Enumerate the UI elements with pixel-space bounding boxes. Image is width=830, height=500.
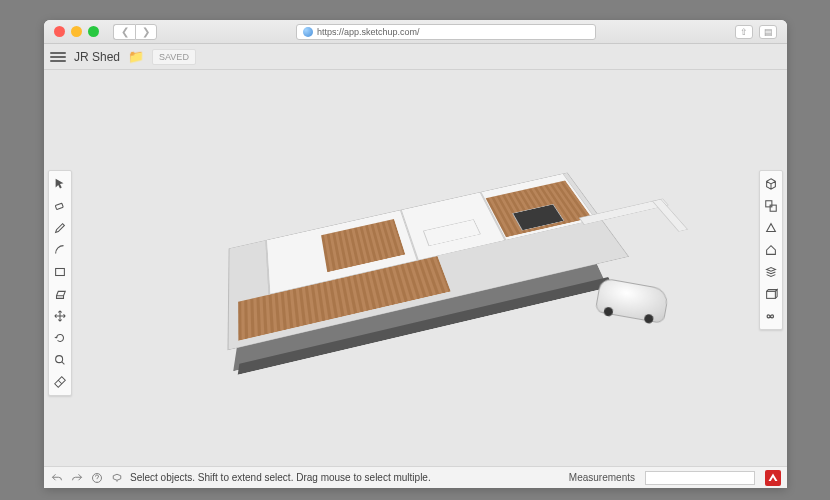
layers-tool[interactable]	[760, 283, 782, 305]
forward-button[interactable]: ❯	[135, 24, 157, 40]
3d-viewport[interactable]	[44, 70, 787, 466]
pushpull-tool[interactable]	[49, 283, 71, 305]
instructor-icon[interactable]	[110, 471, 124, 485]
undo-icon[interactable]	[50, 471, 64, 485]
pan-tool[interactable]	[760, 195, 782, 217]
menu-button[interactable]	[50, 52, 66, 62]
eraser-tool[interactable]	[49, 195, 71, 217]
site-identity-icon	[303, 27, 313, 37]
browser-window: ❮ ❯ https://app.sketchup.com/ ⇧ ▤ JR She…	[44, 20, 787, 488]
status-bar: Select objects. Shift to extend select. …	[44, 466, 787, 488]
status-hint: Select objects. Shift to extend select. …	[130, 472, 563, 483]
draw-toolbar	[48, 170, 72, 396]
styles-tool[interactable]	[760, 239, 782, 261]
svg-rect-4	[770, 205, 776, 211]
url-text: https://app.sketchup.com/	[317, 27, 420, 37]
model-scene	[186, 91, 645, 420]
titlebar: ❮ ❯ https://app.sketchup.com/ ⇧ ▤	[44, 20, 787, 44]
tabs-button[interactable]: ▤	[759, 25, 777, 39]
help-icon[interactable]	[90, 471, 104, 485]
scale-tool[interactable]	[49, 349, 71, 371]
back-button[interactable]: ❮	[113, 24, 135, 40]
redo-icon[interactable]	[70, 471, 84, 485]
infinity-tool[interactable]	[760, 305, 782, 327]
rectangle-tool[interactable]	[49, 261, 71, 283]
view-toolbar	[759, 170, 783, 330]
select-tool[interactable]	[49, 173, 71, 195]
share-button[interactable]: ⇧	[735, 25, 753, 39]
svg-rect-5	[767, 291, 776, 298]
svg-rect-3	[766, 201, 772, 207]
measurements-label: Measurements	[569, 472, 635, 483]
components-tool[interactable]	[760, 261, 782, 283]
arc-tool[interactable]	[49, 239, 71, 261]
fullscreen-window-button[interactable]	[88, 26, 99, 37]
folder-icon[interactable]: 📁	[128, 49, 144, 64]
svg-rect-0	[55, 203, 63, 210]
svg-point-2	[56, 356, 63, 363]
close-window-button[interactable]	[54, 26, 65, 37]
tape-tool[interactable]	[49, 371, 71, 393]
address-bar[interactable]: https://app.sketchup.com/	[296, 24, 596, 40]
app-header: JR Shed 📁 SAVED	[44, 44, 787, 70]
measurements-input[interactable]	[645, 471, 755, 485]
rotate-tool[interactable]	[49, 327, 71, 349]
sketchup-logo	[765, 470, 781, 486]
line-tool[interactable]	[49, 217, 71, 239]
svg-rect-1	[56, 269, 65, 276]
minimize-window-button[interactable]	[71, 26, 82, 37]
document-title: JR Shed	[74, 50, 120, 64]
move-tool[interactable]	[49, 305, 71, 327]
orbit-tool[interactable]	[760, 173, 782, 195]
views-tool[interactable]	[760, 217, 782, 239]
saved-badge: SAVED	[152, 49, 196, 65]
